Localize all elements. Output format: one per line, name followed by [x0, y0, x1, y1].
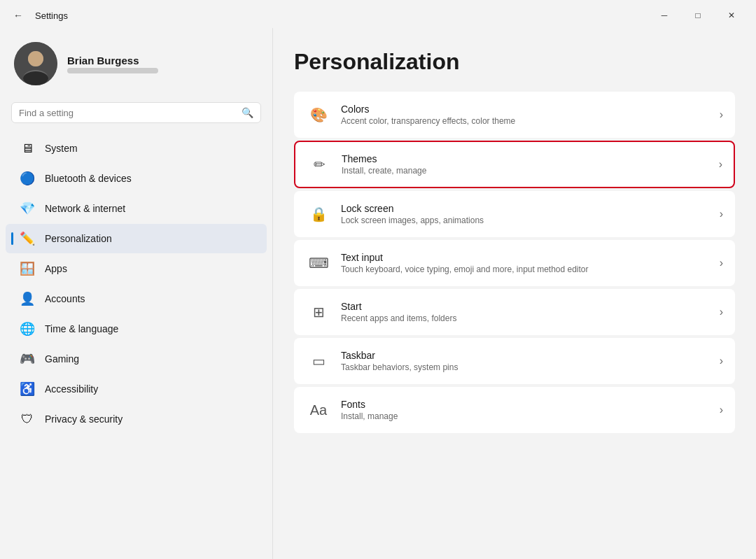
svg-point-4: [23, 71, 48, 85]
sidebar-item-label-time: Time & language: [45, 323, 118, 334]
sidebar-item-label-accessibility: Accessibility: [45, 383, 98, 395]
page-title: Personalization: [294, 49, 735, 75]
app-window: Brian Burgess 🔍 🖥System🔵Bluetooth & devi…: [0, 28, 756, 559]
minimize-button[interactable]: ─: [648, 4, 680, 27]
themes-name: Themes: [342, 153, 719, 164]
settings-list: 🎨ColorsAccent color, transparency effect…: [294, 92, 735, 433]
fonts-name: Fonts: [341, 399, 720, 410]
setting-item-text-input[interactable]: ⌨Text inputTouch keyboard, voice typing,…: [294, 240, 735, 286]
sidebar-item-apps[interactable]: 🪟Apps: [6, 254, 267, 283]
setting-item-fonts[interactable]: AaFontsInstall, manage›: [294, 387, 735, 433]
window-controls: ─ □ ✕: [648, 4, 748, 27]
lock-screen-name: Lock screen: [341, 203, 720, 214]
sidebar-item-label-privacy: Privacy & security: [45, 413, 122, 425]
system-icon: 🖥: [20, 141, 35, 156]
themes-icon: ✏: [307, 152, 332, 177]
accessibility-icon: ♿: [20, 381, 35, 397]
text-input-chevron: ›: [720, 257, 723, 269]
setting-item-start[interactable]: ⊞StartRecent apps and items, folders›: [294, 289, 735, 335]
privacy-icon: 🛡: [20, 411, 35, 427]
sidebar-item-label-personalization: Personalization: [45, 233, 112, 244]
sidebar-item-label-accounts: Accounts: [45, 293, 85, 304]
lock-screen-chevron: ›: [720, 208, 723, 220]
themes-chevron: ›: [719, 158, 722, 171]
setting-item-themes[interactable]: ✏ThemesInstall, create, manage›: [294, 141, 735, 188]
taskbar-chevron: ›: [720, 355, 723, 367]
colors-desc: Accent color, transparency effects, colo…: [341, 116, 720, 126]
colors-name: Colors: [341, 104, 720, 115]
taskbar-desc: Taskbar behaviors, system pins: [341, 362, 720, 372]
sidebar-item-time[interactable]: 🌐Time & language: [6, 314, 267, 344]
maximize-button[interactable]: □: [682, 4, 714, 27]
titlebar: ← Settings ─ □ ✕: [0, 0, 756, 28]
user-profile[interactable]: Brian Burgess: [0, 35, 272, 99]
sidebar-nav: 🖥System🔵Bluetooth & devices💎Network & in…: [0, 134, 272, 434]
start-icon: ⊞: [306, 299, 331, 325]
text-input-icon: ⌨: [306, 250, 331, 276]
sidebar-item-label-system: System: [45, 143, 78, 154]
sidebar-item-privacy[interactable]: 🛡Privacy & security: [6, 404, 267, 434]
sidebar-item-system[interactable]: 🖥System: [6, 134, 267, 163]
start-name: Start: [341, 301, 720, 312]
sidebar-item-personalization[interactable]: ✏️Personalization: [6, 224, 267, 253]
text-input-desc: Touch keyboard, voice typing, emoji and …: [341, 264, 720, 274]
search-icon: 🔍: [241, 107, 253, 118]
taskbar-icon: ▭: [306, 348, 331, 374]
text-input-name: Text input: [341, 252, 720, 263]
lock-screen-desc: Lock screen images, apps, animations: [341, 215, 720, 225]
accounts-icon: 👤: [20, 291, 35, 306]
colors-icon: 🎨: [306, 102, 331, 127]
apps-icon: 🪟: [20, 261, 35, 276]
fonts-desc: Install, manage: [341, 411, 720, 421]
sidebar-item-label-bluetooth: Bluetooth & devices: [45, 173, 132, 184]
sidebar-item-label-gaming: Gaming: [45, 353, 79, 365]
sidebar-item-accounts[interactable]: 👤Accounts: [6, 284, 267, 313]
fonts-chevron: ›: [720, 404, 723, 416]
username-sub: [67, 68, 158, 73]
setting-item-lock-screen[interactable]: 🔒Lock screenLock screen images, apps, an…: [294, 191, 735, 237]
search-container: 🔍: [0, 99, 272, 133]
sidebar-item-network[interactable]: 💎Network & internet: [6, 194, 267, 223]
taskbar-name: Taskbar: [341, 350, 720, 361]
sidebar-item-accessibility[interactable]: ♿Accessibility: [6, 374, 267, 404]
colors-chevron: ›: [720, 108, 723, 121]
setting-item-taskbar[interactable]: ▭TaskbarTaskbar behaviors, system pins›: [294, 338, 735, 384]
start-chevron: ›: [720, 306, 723, 318]
themes-desc: Install, create, manage: [342, 166, 719, 176]
bluetooth-icon: 🔵: [20, 171, 35, 186]
user-info: Brian Burgess: [67, 55, 158, 73]
lock-screen-icon: 🔒: [306, 201, 331, 227]
fonts-icon: Aa: [306, 397, 331, 423]
sidebar-item-label-network: Network & internet: [45, 203, 125, 214]
sidebar-item-gaming[interactable]: 🎮Gaming: [6, 344, 267, 374]
app-title: Settings: [35, 10, 68, 21]
username: Brian Burgess: [67, 55, 158, 66]
close-button[interactable]: ✕: [715, 4, 748, 27]
active-indicator: [11, 232, 13, 245]
avatar: [14, 42, 57, 85]
start-desc: Recent apps and items, folders: [341, 313, 720, 323]
time-icon: 🌐: [20, 321, 35, 337]
back-button[interactable]: ←: [8, 6, 28, 25]
network-icon: 💎: [20, 201, 35, 216]
search-input[interactable]: [19, 108, 236, 118]
setting-item-colors[interactable]: 🎨ColorsAccent color, transparency effect…: [294, 92, 735, 138]
search-box: 🔍: [11, 102, 261, 123]
main-panel: Personalization 🎨ColorsAccent color, tra…: [273, 28, 756, 559]
sidebar-item-label-apps: Apps: [45, 263, 67, 274]
titlebar-left: ← Settings: [8, 6, 68, 25]
svg-point-3: [28, 51, 43, 66]
personalization-icon: ✏️: [20, 231, 35, 246]
gaming-icon: 🎮: [20, 351, 35, 367]
sidebar-item-bluetooth[interactable]: 🔵Bluetooth & devices: [6, 164, 267, 193]
sidebar: Brian Burgess 🔍 🖥System🔵Bluetooth & devi…: [0, 28, 273, 559]
